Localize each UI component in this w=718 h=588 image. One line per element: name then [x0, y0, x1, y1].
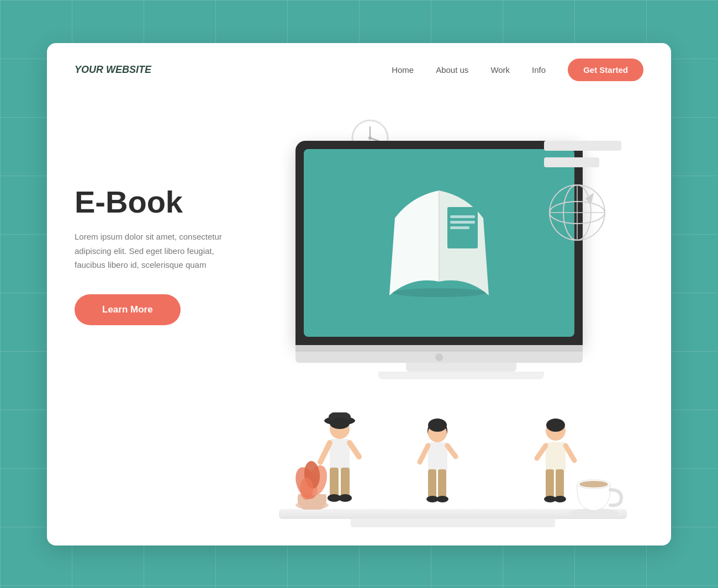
svg-rect-7 [450, 221, 475, 224]
nav-home[interactable]: Home [392, 65, 414, 75]
svg-rect-6 [450, 215, 475, 218]
svg-rect-40 [438, 469, 446, 499]
svg-point-54 [579, 481, 608, 488]
nav-links: Home About us Work Info Get Started [392, 59, 643, 81]
svg-rect-30 [341, 468, 350, 498]
person-2 [417, 415, 458, 512]
monitor-dot [435, 353, 443, 361]
nav-info[interactable]: Info [532, 65, 546, 75]
navbar: YOUR WEBSITE Home About us Work Info Get… [47, 43, 671, 97]
panel-bar-2 [544, 157, 599, 167]
monitor-neck [295, 345, 583, 352]
hero-illustration [251, 108, 643, 545]
monitor-screen [304, 149, 574, 337]
svg-rect-39 [428, 469, 436, 499]
nav-about[interactable]: About us [436, 65, 468, 75]
svg-rect-36 [428, 442, 447, 471]
svg-point-42 [436, 496, 448, 502]
get-started-button[interactable]: Get Started [568, 59, 643, 81]
svg-rect-49 [556, 469, 564, 499]
desk-step [351, 518, 555, 527]
logo-website: WEBSITE [106, 64, 151, 75]
svg-rect-29 [330, 468, 339, 498]
svg-point-9 [392, 288, 486, 297]
monitor-foot-wide [378, 372, 544, 379]
logo-your: YOUR [75, 64, 106, 75]
svg-point-3 [368, 136, 372, 140]
svg-line-37 [420, 446, 428, 462]
svg-rect-48 [546, 469, 554, 499]
hero-description: Lorem ipsum dolor sit amet, consectetur … [75, 230, 229, 272]
coffee-cup-icon [569, 468, 624, 517]
logo: YOUR WEBSITE [75, 64, 151, 76]
outer-background: YOUR WEBSITE Home About us Work Info Get… [0, 0, 718, 588]
svg-line-27 [320, 443, 330, 462]
book-illustration [362, 174, 516, 312]
hero-section: E-Book Lorem ipsum dolor sit amet, conse… [47, 97, 671, 545]
svg-line-47 [566, 446, 574, 460]
learn-more-button[interactable]: Learn More [75, 294, 181, 325]
svg-point-44 [546, 419, 565, 432]
svg-rect-45 [546, 442, 566, 471]
svg-point-25 [330, 418, 350, 429]
hero-title: E-Book [75, 185, 251, 219]
svg-line-46 [537, 446, 546, 458]
svg-rect-26 [330, 439, 350, 469]
svg-point-35 [428, 419, 447, 432]
svg-point-21 [300, 478, 313, 500]
main-card: YOUR WEBSITE Home About us Work Info Get… [47, 43, 671, 545]
panel-bar-1 [544, 141, 621, 151]
svg-line-28 [350, 443, 359, 457]
nav-work[interactable]: Work [490, 65, 510, 75]
svg-line-38 [447, 446, 456, 457]
svg-rect-8 [450, 226, 469, 229]
person-1 [318, 412, 362, 512]
monitor-base [295, 352, 583, 363]
monitor [295, 141, 583, 345]
globe-icon [544, 179, 610, 246]
svg-point-51 [554, 496, 566, 502]
svg-point-32 [339, 494, 352, 502]
hero-text: E-Book Lorem ipsum dolor sit amet, conse… [75, 108, 251, 325]
monitor-foot [406, 363, 516, 372]
right-panel [544, 141, 632, 248]
